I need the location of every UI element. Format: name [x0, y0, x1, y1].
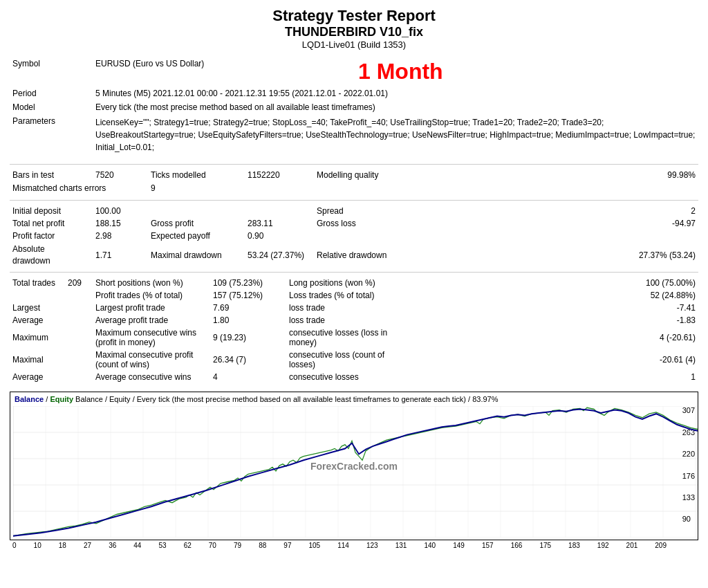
period-label: Period: [10, 86, 93, 100]
loss-trades-label: Loss trades (% of total): [286, 289, 411, 302]
page-header: Strategy Tester Report THUNDERBIRD V10_f…: [0, 0, 708, 54]
strategy-name: THUNDERBIRD V10_fix: [0, 25, 708, 39]
mismatch-value: 9: [148, 181, 245, 196]
max-consec-losses-value: 4 (-20.61): [411, 327, 698, 349]
largest-loss-value: -7.41: [411, 302, 698, 314]
largest-profit-value: 7.69: [210, 302, 286, 314]
trades-table: Total trades 209 Short positions (won %)…: [10, 277, 698, 383]
spread-label: Spread: [314, 205, 418, 217]
quality-value: 99.98%: [418, 169, 698, 181]
maximal-consec-profit-value: 26.34 (7): [210, 349, 286, 371]
model-label: Model: [10, 100, 93, 114]
average-loss-value: -1.83: [411, 314, 698, 327]
report-title: Strategy Tester Report: [0, 7, 708, 25]
parameters-value: LicenseKey=""; Strategy1=true; Strategy2…: [93, 114, 698, 156]
largest-profit-label: Largest profit trade: [93, 302, 210, 314]
chart-description: Balance / Equity / Every tick (the most …: [75, 395, 498, 403]
bars-table: Bars in test 7520 Ticks modelled 1152220…: [10, 169, 698, 196]
symbol-label: Symbol: [10, 57, 93, 86]
profit-trades-label: Profit trades (% of total): [93, 289, 210, 302]
short-label: Short positions (won %): [93, 277, 210, 289]
maximal-consec-profit-label: Maximal consecutive profit (count of win…: [93, 349, 210, 371]
parameters-label: Parameters: [10, 114, 93, 156]
average-profit-value: 1.80: [210, 314, 286, 327]
absolute-drawdown-value: 1.71: [93, 242, 148, 268]
info-table: Symbol EURUSD (Euro vs US Dollar) 1 Mont…: [10, 57, 698, 156]
max-consec-wins-value: 9 (19.23): [210, 327, 286, 349]
initial-deposit-value: 100.00: [93, 205, 148, 217]
total-net-profit-label: Total net profit: [10, 217, 93, 230]
maximal-drawdown-label: Maximal drawdown: [148, 242, 245, 268]
maximal-consec-loss-value: -20.61 (4): [411, 349, 698, 371]
gross-loss-label: Gross loss: [314, 217, 418, 230]
symbol-value: EURUSD (Euro vs US Dollar): [93, 57, 355, 86]
max-consec-losses-label: consecutive losses (loss in money): [286, 327, 411, 349]
expected-payoff-value: 0.90: [245, 230, 314, 242]
average-profit-label: Average profit trade: [93, 314, 210, 327]
quality-label: Modelling quality: [314, 169, 418, 181]
maximal-drawdown-value: 53.24 (27.37%): [245, 242, 314, 268]
max-consec-wins-label: Maximum consecutive wins (profit in mone…: [93, 327, 210, 349]
model-value: Every tick (the most precise method base…: [93, 100, 698, 114]
x-axis: 0 10 18 27 36 44 53 62 70 79 88 97 105 1…: [10, 540, 698, 549]
long-value: 100 (75.00%): [411, 277, 698, 289]
bars-value: 7520: [93, 169, 148, 181]
relative-drawdown-label: Relative drawdown: [314, 242, 418, 268]
avg-consec-losses-value: 1: [411, 371, 698, 383]
maximal-consec-loss-label: consecutive loss (count of losses): [286, 349, 411, 371]
mismatch-label: Mismatched charts errors: [10, 181, 148, 196]
profit-factor-label: Profit factor: [10, 230, 93, 242]
financial-table: Initial deposit 100.00 Spread 2 Total ne…: [10, 205, 698, 268]
month-badge: 1 Month: [358, 59, 443, 84]
chart-label: Balance / Equity Balance / Equity / Ever…: [15, 395, 499, 403]
gross-profit-label: Gross profit: [148, 217, 245, 230]
expected-payoff-label: Expected payoff: [148, 230, 245, 242]
initial-deposit-label: Initial deposit: [10, 205, 93, 217]
bars-label: Bars in test: [10, 169, 93, 181]
profit-factor-value: 2.98: [93, 230, 148, 242]
avg-consec-wins-value: 4: [210, 371, 286, 383]
ticks-value: 1152220: [245, 169, 314, 181]
long-label: Long positions (won %): [286, 277, 411, 289]
loss-trades-value: 52 (24.88%): [411, 289, 698, 302]
total-net-profit-value: 188.15: [93, 217, 148, 230]
chart-container: Balance / Equity Balance / Equity / Ever…: [10, 392, 698, 540]
total-trades-label: Total trades: [10, 277, 65, 289]
chart-svg: [13, 406, 698, 538]
avg-consec-losses-label: consecutive losses: [286, 371, 411, 383]
profit-trades-value: 157 (75.12%): [210, 289, 286, 302]
largest-loss-label: loss trade: [286, 302, 411, 314]
average-loss-label: loss trade: [286, 314, 411, 327]
relative-drawdown-value: 27.37% (53.24): [418, 242, 698, 268]
avg-consec-wins-label: Average consecutive wins: [93, 371, 210, 383]
gross-profit-value: 283.11: [245, 217, 314, 230]
total-trades-value: 209: [65, 277, 93, 289]
ticks-label: Ticks modelled: [148, 169, 245, 181]
spread-value: 2: [418, 205, 698, 217]
period-value: 5 Minutes (M5) 2021.12.01 00:00 - 2021.1…: [93, 86, 698, 100]
short-value: 109 (75.23%): [210, 277, 286, 289]
gross-loss-value: -94.97: [418, 217, 698, 230]
build-info: LQD1-Live01 (Build 1353): [0, 39, 708, 50]
